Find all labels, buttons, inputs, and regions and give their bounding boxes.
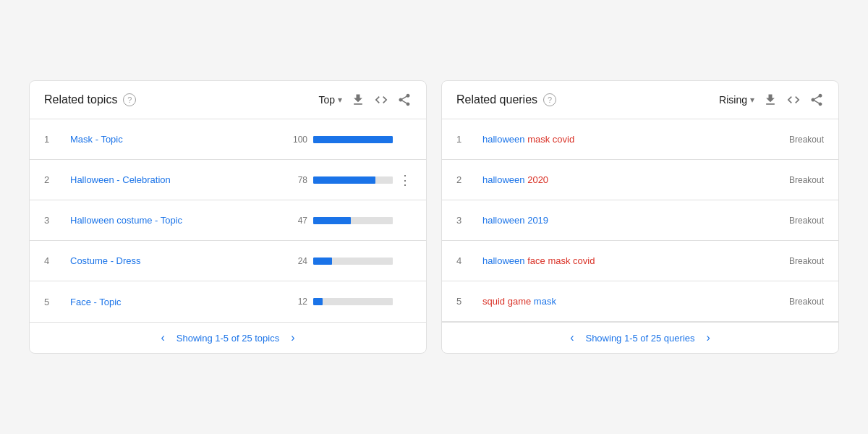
query-row: 4 halloween face mask covid Breakout xyxy=(442,241,838,281)
query-label[interactable]: halloween 2019 xyxy=(482,215,789,226)
topic-row-right: 47 xyxy=(287,216,412,226)
topics-embed-btn[interactable] xyxy=(374,93,388,107)
topic-label[interactable]: Face - Topic xyxy=(70,297,287,307)
topic-bar-fill xyxy=(313,176,375,184)
topic-bar-fill xyxy=(313,217,351,224)
topic-rank: 5 xyxy=(44,297,59,307)
topic-row: 4 Costume - Dress 24 xyxy=(30,241,426,281)
topics-rows: 1 Mask - Topic 100 2 Halloween - Celebra… xyxy=(30,119,426,322)
queries-card-header: Related queries ? Rising ▾ xyxy=(442,81,838,119)
topic-label[interactable]: Halloween costume - Topic xyxy=(70,215,287,226)
main-container: Related topics ? Top ▾ 1 xyxy=(14,66,854,368)
topic-row-right: 12 xyxy=(287,297,412,307)
query-rank: 4 xyxy=(456,255,471,266)
queries-prev-arrow[interactable]: ‹ xyxy=(570,331,574,344)
topic-rank: 4 xyxy=(44,255,59,266)
query-badge: Breakout xyxy=(789,256,824,266)
topics-pagination-text: Showing 1-5 of 25 topics xyxy=(176,333,279,344)
query-row: 2 halloween 2020 Breakout xyxy=(442,160,838,200)
topic-rank: 2 xyxy=(44,174,59,185)
topic-row: 5 Face - Topic 12 xyxy=(30,281,426,322)
query-label[interactable]: halloween face mask covid xyxy=(482,255,789,266)
queries-share-btn[interactable] xyxy=(809,93,824,107)
topic-bar-fill xyxy=(313,298,323,305)
queries-chevron-icon: ▾ xyxy=(750,95,754,105)
queries-header-right: Rising ▾ xyxy=(719,93,824,107)
queries-help-icon[interactable]: ? xyxy=(543,93,556,106)
topic-row: 1 Mask - Topic 100 xyxy=(30,119,426,160)
queries-filter-selector[interactable]: Rising ▾ xyxy=(719,94,754,106)
topic-bar-fill xyxy=(313,258,332,265)
topics-filter-label: Top xyxy=(318,94,335,106)
topic-row: 2 Halloween - Celebration 78 ⋮ xyxy=(30,160,426,200)
topic-value: 78 xyxy=(287,175,307,185)
query-badge: Breakout xyxy=(789,297,824,307)
topic-value: 100 xyxy=(287,135,307,145)
query-label[interactable]: squid game mask xyxy=(482,296,789,307)
queries-header-left: Related queries ? xyxy=(456,93,556,106)
topics-next-arrow[interactable]: › xyxy=(291,331,294,344)
topic-value: 47 xyxy=(287,216,307,226)
topics-chevron-icon: ▾ xyxy=(338,95,342,105)
query-rank: 5 xyxy=(456,296,471,307)
topic-row-right: 100 xyxy=(287,135,412,145)
topic-row: 3 Halloween costume - Topic 47 xyxy=(30,200,426,241)
topic-value: 12 xyxy=(287,297,307,307)
topics-filter-selector[interactable]: Top ▾ xyxy=(318,94,342,106)
topics-card-header: Related topics ? Top ▾ xyxy=(30,81,426,119)
topic-more-icon[interactable]: ⋮ xyxy=(399,172,412,188)
queries-next-arrow[interactable]: › xyxy=(707,331,710,344)
topic-label[interactable]: Mask - Topic xyxy=(70,134,287,145)
query-rank: 2 xyxy=(456,174,471,185)
topic-bar-container xyxy=(313,176,393,184)
topic-row-right: 24 xyxy=(287,256,412,266)
topics-share-btn[interactable] xyxy=(397,93,412,107)
query-label[interactable]: halloween mask covid xyxy=(482,134,789,145)
query-row: 3 halloween 2019 Breakout xyxy=(442,200,838,241)
topic-bar-container xyxy=(313,217,393,224)
topics-help-icon[interactable]: ? xyxy=(123,93,136,106)
queries-card: Related queries ? Rising ▾ 1 xyxy=(441,80,839,354)
topic-bar-fill xyxy=(313,136,393,143)
topic-row-right: 78 ⋮ xyxy=(287,172,412,188)
topics-header-left: Related topics ? xyxy=(44,93,136,106)
topics-title: Related topics xyxy=(44,93,117,106)
topics-header-right: Top ▾ xyxy=(318,93,412,107)
topic-bar-container xyxy=(313,298,393,305)
queries-footer: ‹ Showing 1-5 of 25 queries › xyxy=(442,322,838,353)
topic-label[interactable]: Costume - Dress xyxy=(70,255,287,266)
query-row: 1 halloween mask covid Breakout xyxy=(442,119,838,160)
query-badge: Breakout xyxy=(789,216,824,226)
queries-filter-label: Rising xyxy=(719,94,747,106)
topics-prev-arrow[interactable]: ‹ xyxy=(161,331,164,344)
queries-download-btn[interactable] xyxy=(763,93,778,107)
query-badge: Breakout xyxy=(789,135,824,145)
query-badge: Breakout xyxy=(789,175,824,185)
topics-card: Related topics ? Top ▾ 1 xyxy=(29,80,427,354)
queries-rows: 1 halloween mask covid Breakout 2 hallow… xyxy=(442,119,838,322)
topics-footer: ‹ Showing 1-5 of 25 topics › xyxy=(30,322,426,353)
topic-label[interactable]: Halloween - Celebration xyxy=(70,174,287,185)
queries-embed-btn[interactable] xyxy=(786,93,801,107)
queries-title: Related queries xyxy=(456,93,537,106)
topic-bar-container xyxy=(313,136,393,143)
topic-bar-container xyxy=(313,258,393,265)
topic-rank: 3 xyxy=(44,215,59,226)
topic-value: 24 xyxy=(287,256,307,266)
query-row: 5 squid game mask Breakout xyxy=(442,281,838,322)
query-label[interactable]: halloween 2020 xyxy=(482,174,789,185)
topic-rank: 1 xyxy=(44,134,59,145)
query-rank: 1 xyxy=(456,134,471,145)
queries-pagination-text: Showing 1-5 of 25 queries xyxy=(585,333,694,344)
topics-download-btn[interactable] xyxy=(351,93,365,107)
query-rank: 3 xyxy=(456,215,471,226)
